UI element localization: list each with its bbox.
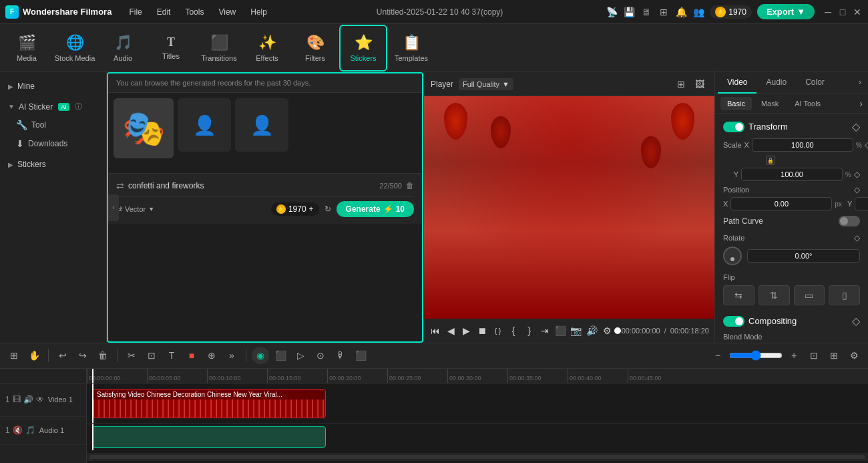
zoom-slider[interactable] <box>729 350 783 361</box>
redo-button[interactable]: ↪ <box>74 347 91 364</box>
sidebar-item-ai-sticker[interactable]: ▼ AI Sticker AI ⓘ <box>0 98 106 116</box>
sub-tab-more[interactable]: › <box>859 98 863 109</box>
sub-tab-mask[interactable]: Mask <box>754 97 785 110</box>
broadcast-icon[interactable]: 📡 <box>606 6 618 18</box>
gen-refresh-icon[interactable]: ↻ <box>324 204 331 214</box>
toolbar-stickers[interactable]: ⭐ Stickers <box>339 25 387 71</box>
scale-lock-icon[interactable]: 🔒 <box>766 156 775 165</box>
stabilize-btn[interactable]: ⊙ <box>312 347 329 364</box>
hand-tool-button[interactable]: ✋ <box>25 347 43 364</box>
rotate-dial[interactable] <box>723 247 742 265</box>
video-track-clip[interactable]: 🎞 <box>13 395 21 404</box>
menu-tools[interactable]: Tools <box>178 5 210 19</box>
scale-y-keyframe[interactable]: ◇ <box>854 170 860 179</box>
select-tool-button[interactable]: ⊞ <box>5 347 23 364</box>
community-icon[interactable]: 👥 <box>692 6 704 18</box>
toolbar-effects[interactable]: ✨ Effects <box>243 25 291 71</box>
monitor-icon[interactable]: 🖥 <box>640 6 652 18</box>
gen-prompt-input[interactable] <box>128 181 375 190</box>
scrollbar-track[interactable] <box>89 455 865 459</box>
sidebar-item-mine[interactable]: ▶ Mine <box>0 78 106 95</box>
skip-back-button[interactable]: ⏮ <box>429 323 441 339</box>
toolbar-templates[interactable]: 📋 Templates <box>387 25 435 71</box>
toolbar-audio[interactable]: 🎵 Audio <box>99 25 147 71</box>
zoom-in-btn[interactable]: + <box>785 347 803 364</box>
playhead[interactable] <box>92 369 93 383</box>
bell-icon[interactable]: 🔔 <box>675 6 687 18</box>
sticker-item-1[interactable]: 👤 <box>178 98 231 152</box>
rotate-keyframe[interactable]: ◇ <box>854 233 860 243</box>
color-btn[interactable]: ■ <box>183 347 200 364</box>
compositing-toggle[interactable] <box>723 316 744 327</box>
player-quality-selector[interactable]: Full Quality ▼ <box>459 78 513 90</box>
undo-button[interactable]: ↩ <box>54 347 71 364</box>
flip-v-button[interactable]: ⇅ <box>758 285 790 305</box>
sticker-item-face[interactable]: 🎭 <box>114 98 174 158</box>
toolbar-transitions[interactable]: ⬛ Transitions <box>195 25 243 71</box>
menu-edit[interactable]: Edit <box>150 5 178 19</box>
pos-x-input[interactable] <box>730 197 832 210</box>
sidebar-item-tool[interactable]: 🔧 Tool <box>0 116 106 134</box>
tab-audio[interactable]: Audio <box>756 72 796 94</box>
pos-y-input[interactable] <box>855 197 868 210</box>
toolbar-filters[interactable]: 🎨 Filters <box>291 25 339 71</box>
scale-x-keyframe[interactable]: ◇ <box>865 140 868 150</box>
sticker-item-2[interactable]: 👤 <box>235 98 288 152</box>
clone-button[interactable]: ⊕ <box>203 347 220 364</box>
sub-tab-aitools[interactable]: AI Tools <box>788 97 827 110</box>
collapse-button[interactable]: ‹ <box>108 194 119 221</box>
sub-tab-basic[interactable]: Basic <box>720 97 752 110</box>
more-button[interactable]: » <box>223 347 240 364</box>
position-keyframe[interactable]: ◇ <box>854 185 860 194</box>
marker-btn[interactable]: ⬛ <box>352 347 369 364</box>
transform-toggle[interactable] <box>723 122 744 132</box>
settings-ctrl-icon[interactable]: ⚙ <box>602 323 613 339</box>
video-clip[interactable]: Satisfying Video Chinese Decoration Chin… <box>92 389 326 418</box>
stop-button[interactable]: ⏹ <box>476 323 487 339</box>
toolbar-titles[interactable]: T Titles <box>147 25 195 71</box>
sidebar-item-downloads[interactable]: ⬇ Downloads <box>0 134 106 153</box>
menu-file[interactable]: File <box>122 5 148 19</box>
zoom-fit-btn[interactable]: ⊡ <box>805 347 823 364</box>
tab-color[interactable]: Color <box>796 72 834 94</box>
compositing-reset-icon[interactable]: ◇ <box>852 315 860 327</box>
flip-h-button[interactable]: ⇆ <box>723 285 754 305</box>
apps-icon[interactable]: ⊞ <box>658 6 670 18</box>
audio-btn[interactable]: 🎙 <box>332 347 349 364</box>
delete-button[interactable]: 🗑 <box>94 347 112 364</box>
ripple-btn[interactable]: ◉ <box>252 347 269 364</box>
image-view-icon[interactable]: 🖼 <box>692 76 708 92</box>
insert-button[interactable]: ⬛ <box>555 323 566 339</box>
sidebar-item-stickers[interactable]: ▶ Stickers <box>0 156 106 173</box>
flip-rect2-button[interactable]: ▯ <box>829 285 860 305</box>
video-track-audio[interactable]: 🔊 <box>23 395 33 404</box>
crop-button[interactable]: ⊡ <box>143 347 160 364</box>
settings-tl-btn[interactable]: ⚙ <box>845 347 863 364</box>
export-button[interactable]: Export ▼ <box>757 4 815 19</box>
grid-view-icon[interactable]: ⊞ <box>673 76 689 92</box>
video-track-eye[interactable]: 👁 <box>36 395 44 404</box>
close-button[interactable]: ✕ <box>852 7 863 17</box>
motion-btn[interactable]: ▷ <box>292 347 309 364</box>
path-curve-toggle[interactable] <box>839 216 860 226</box>
tab-video[interactable]: Video <box>718 72 756 94</box>
play-button[interactable]: ▶ <box>461 323 472 339</box>
minimize-button[interactable]: ─ <box>823 7 833 17</box>
layout-btn[interactable]: ⊞ <box>825 347 843 364</box>
audio-track-mute[interactable]: 🔇 <box>13 426 23 435</box>
transform-reset-icon[interactable]: ◇ <box>852 120 860 133</box>
ai-cut-button[interactable]: ⬛ <box>272 347 289 364</box>
audio-track-solo[interactable]: 🎵 <box>25 426 35 435</box>
mark-out-button[interactable]: } <box>523 323 535 339</box>
frame-back-button[interactable]: ◀ <box>445 323 456 339</box>
menu-help[interactable]: Help <box>244 5 274 19</box>
mark-in-button[interactable]: { <box>507 323 519 339</box>
toolbar-media[interactable]: 🎬 Media <box>3 25 51 71</box>
zoom-out-btn[interactable]: − <box>709 347 726 364</box>
volume-button[interactable]: 🔊 <box>586 323 598 339</box>
scale-x-input[interactable] <box>752 138 853 152</box>
loop-button[interactable]: { } <box>492 323 503 339</box>
snapshot-button[interactable]: 📷 <box>570 323 582 339</box>
scale-y-input[interactable] <box>741 168 843 181</box>
tab-more[interactable]: › <box>855 72 865 94</box>
